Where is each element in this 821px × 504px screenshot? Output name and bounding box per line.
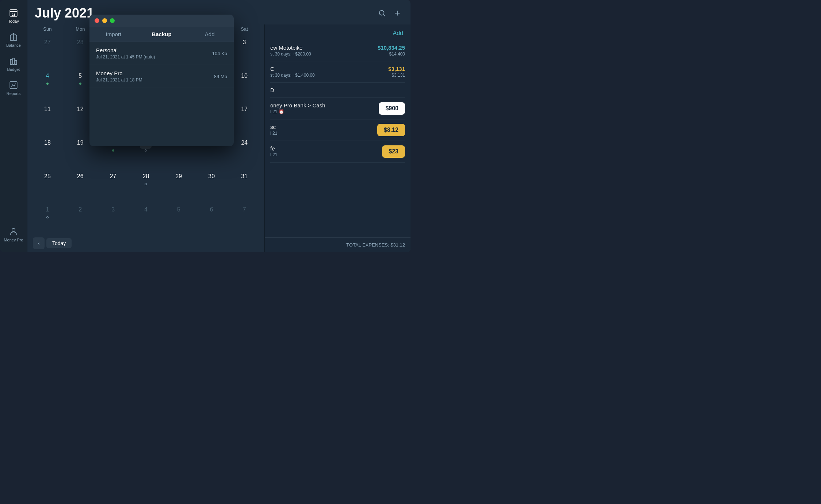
table-row[interactable]: 2: [64, 201, 97, 234]
calendar-nav: ‹ Today: [27, 234, 264, 252]
list-item[interactable]: Money Pro Jul 21, 2021 at 1:18 PM 89 Mb: [89, 65, 234, 88]
svg-point-10: [379, 11, 384, 15]
sidebar-item-today[interactable]: 21 Today: [0, 4, 27, 28]
svg-point-9: [12, 228, 15, 232]
add-transaction-button[interactable]: Add: [265, 24, 410, 40]
sidebar-today-label: Today: [8, 19, 19, 23]
add-icon[interactable]: [393, 9, 401, 17]
backup-dialog: Import Backup Add Personal Jul 21, 2021 …: [89, 15, 234, 146]
maximize-button[interactable]: [110, 18, 115, 23]
table-row[interactable]: 30: [195, 168, 228, 201]
sidebar-item-moneypro[interactable]: Money Pro: [0, 222, 27, 247]
sidebar: 21 Today Balance Budget R: [0, 0, 27, 252]
title-month: July: [35, 5, 61, 20]
total-expenses: TOTAL EXPENSES: $31.12: [265, 237, 410, 252]
list-item[interactable]: ew Mototbike $10,834.25 st 30 days: +$28…: [270, 40, 405, 61]
table-row[interactable]: 18: [31, 134, 64, 168]
table-row[interactable]: 29: [162, 168, 195, 201]
list-item[interactable]: sc l 21 $8.12: [270, 119, 405, 141]
table-row[interactable]: 4: [31, 67, 64, 101]
table-row[interactable]: 4: [130, 201, 163, 234]
tab-import[interactable]: Import: [89, 27, 138, 42]
sidebar-item-reports[interactable]: Reports: [0, 76, 27, 100]
tab-add[interactable]: Add: [186, 27, 234, 42]
table-row[interactable]: 28: [130, 168, 163, 201]
table-row[interactable]: 3: [97, 201, 130, 234]
table-row[interactable]: 31: [228, 168, 261, 201]
dialog-titlebar: [89, 15, 234, 27]
list-item[interactable]: D: [270, 83, 405, 98]
table-row[interactable]: 6: [195, 201, 228, 234]
table-row[interactable]: 26: [64, 168, 97, 201]
table-row[interactable]: 5: [162, 201, 195, 234]
svg-text:21: 21: [12, 13, 15, 16]
prev-month-button[interactable]: ‹: [33, 237, 45, 249]
svg-rect-5: [10, 60, 12, 65]
transaction-list: ew Mototbike $10,834.25 st 30 days: +$28…: [265, 40, 410, 237]
tab-backup[interactable]: Backup: [138, 27, 186, 42]
svg-line-11: [383, 15, 385, 16]
app-window: 21 Today Balance Budget R: [0, 0, 410, 252]
list-item[interactable]: Personal Jul 21, 2021 at 1:45 PM (auto) …: [89, 42, 234, 65]
table-row[interactable]: 11: [31, 100, 64, 134]
dialog-tabs: Import Backup Add: [89, 27, 234, 42]
table-row[interactable]: 27: [31, 34, 64, 67]
svg-rect-6: [13, 58, 14, 64]
close-button[interactable]: [95, 18, 99, 23]
search-icon[interactable]: [378, 9, 386, 17]
list-item[interactable]: fe l 21 $23: [270, 141, 405, 163]
table-row[interactable]: 7: [228, 201, 261, 234]
sidebar-moneypro-label: Money Pro: [4, 238, 23, 242]
sidebar-budget-label: Budget: [7, 67, 20, 72]
today-button[interactable]: Today: [46, 238, 72, 248]
dialog-content: Personal Jul 21, 2021 at 1:45 PM (auto) …: [89, 42, 234, 88]
right-panel: Add ew Mototbike $10,834.25 st 30 days: …: [264, 24, 410, 252]
day-sun: Sun: [31, 24, 64, 34]
table-row[interactable]: 25: [31, 168, 64, 201]
minimize-button[interactable]: [102, 18, 107, 23]
table-row[interactable]: 27: [97, 168, 130, 201]
svg-rect-7: [15, 61, 16, 65]
table-row[interactable]: 1: [31, 201, 64, 234]
list-item[interactable]: oney Pro Bank > Cash l 21 ⏰ $900: [270, 98, 405, 119]
sidebar-reports-label: Reports: [7, 91, 21, 96]
sidebar-balance-label: Balance: [6, 43, 21, 47]
list-item[interactable]: C $3,131 st 30 days: +$1,400.00 $3,131: [270, 61, 405, 83]
calendar-title: July 2021: [35, 5, 94, 21]
header-actions: [378, 9, 401, 17]
sidebar-item-budget[interactable]: Budget: [0, 52, 27, 76]
sidebar-item-balance[interactable]: Balance: [0, 28, 27, 52]
